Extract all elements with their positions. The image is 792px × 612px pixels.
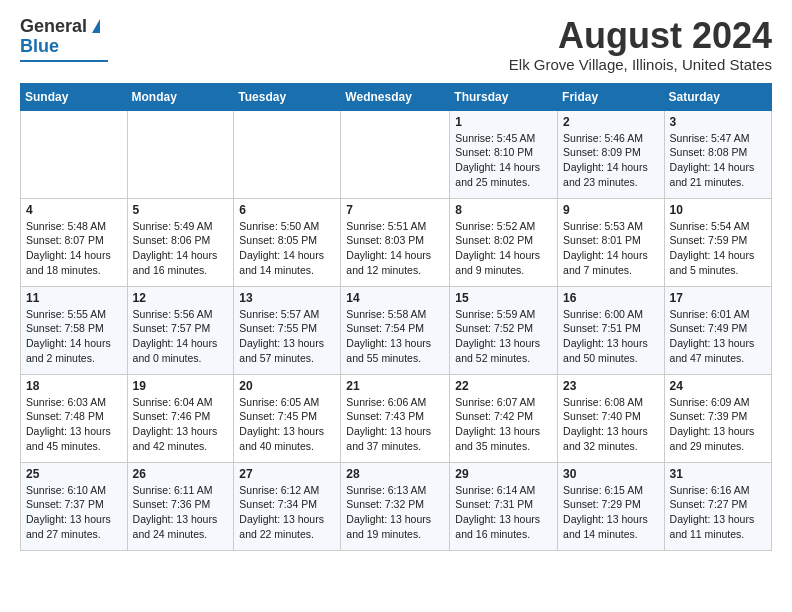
day-info: Sunrise: 5:49 AMSunset: 8:06 PMDaylight:… <box>133 219 229 278</box>
day-number: 5 <box>133 203 229 217</box>
day-info: Sunrise: 5:46 AMSunset: 8:09 PMDaylight:… <box>563 131 659 190</box>
calendar-cell: 18Sunrise: 6:03 AMSunset: 7:48 PMDayligh… <box>21 374 128 462</box>
calendar-cell: 12Sunrise: 5:56 AMSunset: 7:57 PMDayligh… <box>127 286 234 374</box>
calendar-cell <box>127 110 234 198</box>
header: General Blue August 2024 Elk Grove Villa… <box>20 16 772 73</box>
calendar-cell: 9Sunrise: 5:53 AMSunset: 8:01 PMDaylight… <box>558 198 665 286</box>
day-info: Sunrise: 5:48 AMSunset: 8:07 PMDaylight:… <box>26 219 122 278</box>
calendar-header: SundayMondayTuesdayWednesdayThursdayFrid… <box>21 83 772 110</box>
day-info: Sunrise: 5:59 AMSunset: 7:52 PMDaylight:… <box>455 307 552 366</box>
day-number: 13 <box>239 291 335 305</box>
day-number: 27 <box>239 467 335 481</box>
calendar-cell: 27Sunrise: 6:12 AMSunset: 7:34 PMDayligh… <box>234 462 341 550</box>
day-info: Sunrise: 5:51 AMSunset: 8:03 PMDaylight:… <box>346 219 444 278</box>
day-number: 21 <box>346 379 444 393</box>
day-number: 22 <box>455 379 552 393</box>
logo-blue-text: Blue <box>20 36 59 57</box>
day-info: Sunrise: 5:47 AMSunset: 8:08 PMDaylight:… <box>670 131 766 190</box>
calendar-cell: 22Sunrise: 6:07 AMSunset: 7:42 PMDayligh… <box>450 374 558 462</box>
calendar-cell: 26Sunrise: 6:11 AMSunset: 7:36 PMDayligh… <box>127 462 234 550</box>
day-info: Sunrise: 5:54 AMSunset: 7:59 PMDaylight:… <box>670 219 766 278</box>
calendar-week-row: 11Sunrise: 5:55 AMSunset: 7:58 PMDayligh… <box>21 286 772 374</box>
day-number: 8 <box>455 203 552 217</box>
weekday-thursday: Thursday <box>450 83 558 110</box>
day-info: Sunrise: 5:58 AMSunset: 7:54 PMDaylight:… <box>346 307 444 366</box>
day-number: 9 <box>563 203 659 217</box>
calendar-cell: 10Sunrise: 5:54 AMSunset: 7:59 PMDayligh… <box>664 198 771 286</box>
calendar-week-row: 18Sunrise: 6:03 AMSunset: 7:48 PMDayligh… <box>21 374 772 462</box>
weekday-friday: Friday <box>558 83 665 110</box>
calendar-cell <box>21 110 128 198</box>
day-number: 26 <box>133 467 229 481</box>
day-info: Sunrise: 5:50 AMSunset: 8:05 PMDaylight:… <box>239 219 335 278</box>
day-number: 2 <box>563 115 659 129</box>
day-number: 7 <box>346 203 444 217</box>
weekday-monday: Monday <box>127 83 234 110</box>
day-number: 10 <box>670 203 766 217</box>
sub-title: Elk Grove Village, Illinois, United Stat… <box>509 56 772 73</box>
day-number: 14 <box>346 291 444 305</box>
day-info: Sunrise: 6:05 AMSunset: 7:45 PMDaylight:… <box>239 395 335 454</box>
calendar-week-row: 4Sunrise: 5:48 AMSunset: 8:07 PMDaylight… <box>21 198 772 286</box>
day-number: 1 <box>455 115 552 129</box>
day-info: Sunrise: 6:08 AMSunset: 7:40 PMDaylight:… <box>563 395 659 454</box>
day-number: 6 <box>239 203 335 217</box>
day-info: Sunrise: 6:07 AMSunset: 7:42 PMDaylight:… <box>455 395 552 454</box>
day-info: Sunrise: 6:12 AMSunset: 7:34 PMDaylight:… <box>239 483 335 542</box>
logo-underline <box>20 60 108 62</box>
main-title: August 2024 <box>509 16 772 56</box>
calendar-cell: 17Sunrise: 6:01 AMSunset: 7:49 PMDayligh… <box>664 286 771 374</box>
calendar-table: SundayMondayTuesdayWednesdayThursdayFrid… <box>20 83 772 551</box>
weekday-sunday: Sunday <box>21 83 128 110</box>
day-number: 29 <box>455 467 552 481</box>
day-info: Sunrise: 5:57 AMSunset: 7:55 PMDaylight:… <box>239 307 335 366</box>
calendar-cell: 2Sunrise: 5:46 AMSunset: 8:09 PMDaylight… <box>558 110 665 198</box>
calendar-cell: 20Sunrise: 6:05 AMSunset: 7:45 PMDayligh… <box>234 374 341 462</box>
day-number: 30 <box>563 467 659 481</box>
calendar-cell: 25Sunrise: 6:10 AMSunset: 7:37 PMDayligh… <box>21 462 128 550</box>
day-number: 3 <box>670 115 766 129</box>
weekday-tuesday: Tuesday <box>234 83 341 110</box>
day-number: 16 <box>563 291 659 305</box>
logo: General Blue <box>20 16 110 66</box>
day-number: 24 <box>670 379 766 393</box>
calendar-cell <box>234 110 341 198</box>
calendar-body: 1Sunrise: 5:45 AMSunset: 8:10 PMDaylight… <box>21 110 772 550</box>
calendar-cell: 21Sunrise: 6:06 AMSunset: 7:43 PMDayligh… <box>341 374 450 462</box>
title-area: August 2024 Elk Grove Village, Illinois,… <box>509 16 772 73</box>
calendar-cell: 30Sunrise: 6:15 AMSunset: 7:29 PMDayligh… <box>558 462 665 550</box>
day-info: Sunrise: 6:11 AMSunset: 7:36 PMDaylight:… <box>133 483 229 542</box>
weekday-saturday: Saturday <box>664 83 771 110</box>
day-info: Sunrise: 6:03 AMSunset: 7:48 PMDaylight:… <box>26 395 122 454</box>
day-number: 11 <box>26 291 122 305</box>
day-info: Sunrise: 5:53 AMSunset: 8:01 PMDaylight:… <box>563 219 659 278</box>
day-info: Sunrise: 6:01 AMSunset: 7:49 PMDaylight:… <box>670 307 766 366</box>
calendar-cell: 6Sunrise: 5:50 AMSunset: 8:05 PMDaylight… <box>234 198 341 286</box>
day-info: Sunrise: 6:10 AMSunset: 7:37 PMDaylight:… <box>26 483 122 542</box>
day-info: Sunrise: 6:15 AMSunset: 7:29 PMDaylight:… <box>563 483 659 542</box>
day-number: 15 <box>455 291 552 305</box>
calendar-cell: 13Sunrise: 5:57 AMSunset: 7:55 PMDayligh… <box>234 286 341 374</box>
calendar-cell: 31Sunrise: 6:16 AMSunset: 7:27 PMDayligh… <box>664 462 771 550</box>
day-number: 23 <box>563 379 659 393</box>
calendar-cell: 5Sunrise: 5:49 AMSunset: 8:06 PMDaylight… <box>127 198 234 286</box>
day-info: Sunrise: 6:04 AMSunset: 7:46 PMDaylight:… <box>133 395 229 454</box>
day-number: 25 <box>26 467 122 481</box>
calendar-cell: 24Sunrise: 6:09 AMSunset: 7:39 PMDayligh… <box>664 374 771 462</box>
calendar-cell: 11Sunrise: 5:55 AMSunset: 7:58 PMDayligh… <box>21 286 128 374</box>
day-info: Sunrise: 5:55 AMSunset: 7:58 PMDaylight:… <box>26 307 122 366</box>
day-number: 31 <box>670 467 766 481</box>
day-number: 18 <box>26 379 122 393</box>
calendar-cell: 7Sunrise: 5:51 AMSunset: 8:03 PMDaylight… <box>341 198 450 286</box>
day-info: Sunrise: 5:45 AMSunset: 8:10 PMDaylight:… <box>455 131 552 190</box>
day-number: 19 <box>133 379 229 393</box>
calendar-cell <box>341 110 450 198</box>
day-number: 4 <box>26 203 122 217</box>
day-info: Sunrise: 6:00 AMSunset: 7:51 PMDaylight:… <box>563 307 659 366</box>
calendar-cell: 3Sunrise: 5:47 AMSunset: 8:08 PMDaylight… <box>664 110 771 198</box>
weekday-header-row: SundayMondayTuesdayWednesdayThursdayFrid… <box>21 83 772 110</box>
day-number: 28 <box>346 467 444 481</box>
calendar-cell: 8Sunrise: 5:52 AMSunset: 8:02 PMDaylight… <box>450 198 558 286</box>
calendar-cell: 15Sunrise: 5:59 AMSunset: 7:52 PMDayligh… <box>450 286 558 374</box>
logo-arrow-icon <box>92 19 100 33</box>
